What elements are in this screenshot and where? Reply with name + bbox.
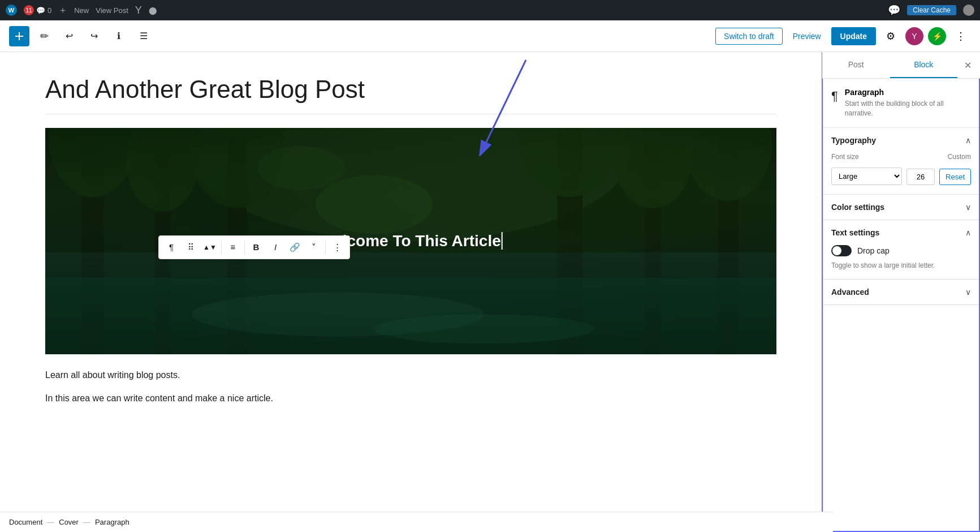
bold-button[interactable]: B <box>247 238 265 256</box>
block-more-options-button[interactable]: ⋮ <box>328 238 346 256</box>
editor-main: And Another Great Blog Post <box>0 52 822 532</box>
comment-number: 0 <box>48 6 51 15</box>
arrows-icon: ▲▼ <box>203 243 217 251</box>
pencil-icon: ✏ <box>40 30 49 42</box>
admin-bar-right: 💬 Clear Cache <box>888 4 974 16</box>
update-button[interactable]: Update <box>831 27 876 45</box>
block-type-button[interactable]: ¶ <box>162 238 180 256</box>
wp-logo-icon[interactable]: W <box>6 5 17 16</box>
text-settings-chevron-icon: ∧ <box>965 228 971 237</box>
drop-cap-toggle[interactable] <box>831 245 852 256</box>
font-size-fields: Large Reset <box>831 168 971 185</box>
circle-icon[interactable]: ⬤ <box>149 6 157 15</box>
svg-point-17 <box>316 175 433 233</box>
editor-toolbar: ✏ ↩ ↪ ℹ ☰ Switch to draft Preview Update… <box>0 20 980 52</box>
list-icon: ☰ <box>140 31 148 41</box>
toolbar-separator-3 <box>325 241 326 254</box>
info-button[interactable]: ℹ <box>109 26 129 46</box>
typography-chevron-icon: ∧ <box>965 136 971 145</box>
sidebar-header: Post Block ✕ <box>822 52 980 79</box>
drag-handle-button[interactable]: ⠿ <box>182 238 200 256</box>
text-settings-title: Text settings <box>831 228 879 237</box>
text-cursor <box>502 232 503 250</box>
gear-icon: ⚙ <box>886 30 895 42</box>
toolbar-separator-1 <box>221 241 222 254</box>
block-info-text: Paragraph Start with the building block … <box>845 88 971 118</box>
typography-section: Typography ∧ Font size Custom Large Rese… <box>822 128 980 195</box>
align-button[interactable]: ≡ <box>224 238 242 256</box>
three-dots-icon: ⋮ <box>333 242 342 252</box>
preview-button[interactable]: Preview <box>787 28 827 44</box>
clear-cache-button[interactable]: Clear Cache <box>907 5 956 15</box>
breadcrumb-sep-1: — <box>47 518 54 526</box>
drag-icon: ⠿ <box>188 242 194 252</box>
color-settings-section: Color settings ∨ <box>822 195 980 220</box>
font-size-input[interactable] <box>906 169 935 185</box>
breadcrumb-document[interactable]: Document <box>9 518 42 526</box>
tab-post[interactable]: Post <box>822 52 890 78</box>
tools-button[interactable]: ✏ <box>34 26 54 46</box>
bolt-icon[interactable]: ⚡ <box>928 27 946 45</box>
comment-count[interactable]: 11 💬 0 <box>24 5 51 15</box>
color-settings-chevron-icon: ∨ <box>965 203 971 212</box>
drop-cap-label: Drop cap <box>857 246 890 255</box>
advanced-section: Advanced ∨ <box>822 280 980 305</box>
new-label[interactable]: New <box>74 6 89 15</box>
admin-plus-icon[interactable]: ＋ <box>58 5 67 16</box>
font-size-select[interactable]: Large <box>831 168 902 185</box>
drop-cap-row: Drop cap <box>831 245 971 256</box>
view-post-link[interactable]: View Post <box>96 6 128 15</box>
tab-block[interactable]: Block <box>890 52 958 78</box>
close-icon: ✕ <box>964 60 972 71</box>
settings-button[interactable]: ⚙ <box>880 26 901 46</box>
breadcrumb-paragraph[interactable]: Paragraph <box>95 518 129 526</box>
toolbar-separator-2 <box>244 241 245 254</box>
block-name: Paragraph <box>845 88 971 97</box>
list-view-button[interactable]: ☰ <box>133 26 154 46</box>
redo-button[interactable]: ↪ <box>84 26 104 46</box>
color-settings-header[interactable]: Color settings ∨ <box>822 195 980 220</box>
comment-bubble: 11 <box>24 5 34 15</box>
link-button[interactable]: 🔗 <box>286 238 304 256</box>
body-text-1[interactable]: Learn all about writing blog posts. <box>45 368 776 383</box>
sidebar-close-button[interactable]: ✕ <box>957 55 978 75</box>
breadcrumb-cover[interactable]: Cover <box>59 518 79 526</box>
undo-icon: ↩ <box>66 31 73 41</box>
body-text-2[interactable]: In this area we can write content and ma… <box>45 391 776 406</box>
user-avatar[interactable] <box>963 5 974 16</box>
move-up-down-button[interactable]: ▲▼ <box>201 238 219 256</box>
switch-to-draft-button[interactable]: Switch to draft <box>715 28 783 45</box>
custom-label: Custom <box>948 153 971 161</box>
advanced-title: Advanced <box>831 288 869 297</box>
post-title[interactable]: And Another Great Blog Post <box>45 75 776 105</box>
reset-font-size-button[interactable]: Reset <box>939 169 971 185</box>
cover-block[interactable]: ¶ ⠿ ▲▼ ≡ B I 🔗 ˅ <box>45 128 776 354</box>
more-rich-text-button[interactable]: ˅ <box>305 238 323 256</box>
font-size-label: Font size <box>831 153 859 161</box>
text-settings-header[interactable]: Text settings ∧ <box>822 220 980 245</box>
typography-content: Font size Custom Large Reset <box>822 153 980 194</box>
paragraph-block-icon: ¶ <box>831 89 838 104</box>
svg-point-18 <box>257 146 345 190</box>
comment-icon: 💬 <box>36 6 45 15</box>
undo-button[interactable]: ↩ <box>59 26 79 46</box>
typography-header[interactable]: Typography ∧ <box>822 128 980 153</box>
breadcrumb: Document — Cover — Paragraph <box>0 512 833 532</box>
speech-bubble-icon: 💬 <box>888 4 900 16</box>
info-icon: ℹ <box>117 31 120 41</box>
plus-icon <box>15 32 24 41</box>
yoast-admin-icon[interactable]: Y <box>135 5 142 16</box>
yoast-icon[interactable]: Y <box>905 27 923 45</box>
link-icon: 🔗 <box>290 242 300 252</box>
paragraph-type-icon: ¶ <box>169 242 174 252</box>
drop-cap-description: Toggle to show a large initial letter. <box>831 261 971 271</box>
advanced-header[interactable]: Advanced ∨ <box>822 280 980 304</box>
add-block-button[interactable] <box>9 26 29 46</box>
italic-button[interactable]: I <box>266 238 284 256</box>
admin-bar: W 11 💬 0 ＋ New View Post Y ⬤ 💬 Clear Cac… <box>0 0 980 20</box>
post-divider <box>45 114 776 114</box>
text-settings-content: Drop cap Toggle to show a large initial … <box>822 245 980 280</box>
editor-layout: And Another Great Blog Post <box>0 52 980 532</box>
more-options-button[interactable]: ⋮ <box>951 26 971 46</box>
font-labels-row: Font size Custom <box>831 153 971 164</box>
